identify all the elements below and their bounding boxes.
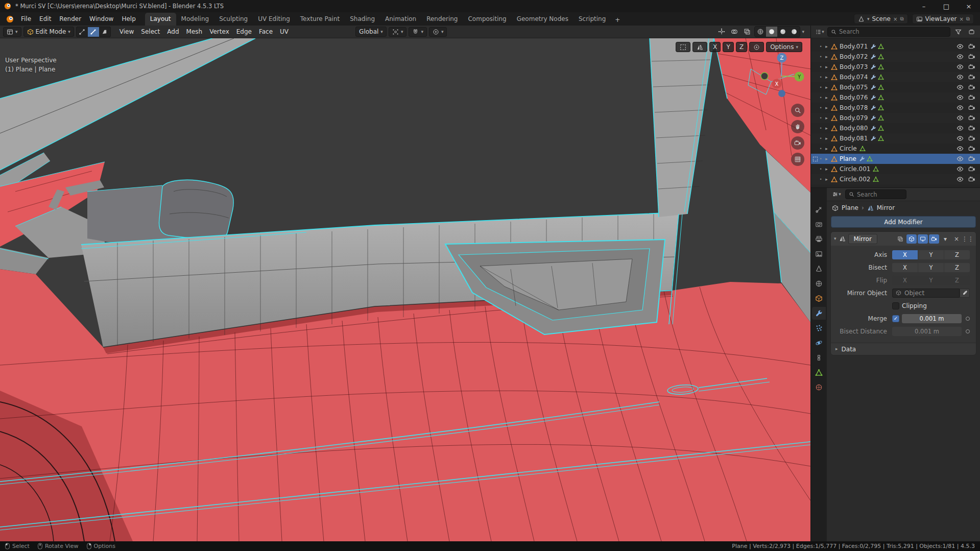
tab-constraints[interactable] xyxy=(812,351,826,364)
render-visibility-icon[interactable] xyxy=(968,176,975,183)
workspace-tab-modeling[interactable]: Modeling xyxy=(176,13,214,26)
menu-vertex[interactable]: Vertex xyxy=(206,27,233,37)
mirror-axis-y[interactable]: Y xyxy=(723,42,734,52)
minimize-button[interactable]: – xyxy=(913,0,935,12)
show-realtime-toggle[interactable] xyxy=(918,234,928,244)
workspace-tab-geometry-nodes[interactable]: Geometry Nodes xyxy=(512,13,573,26)
menu-window[interactable]: Window xyxy=(85,13,117,25)
scene-new-icon[interactable]: ⧉ xyxy=(900,16,903,22)
pan-hand-icon[interactable] xyxy=(791,120,804,133)
hide-eye-icon[interactable] xyxy=(957,74,964,81)
gizmo-z-axis[interactable]: Z xyxy=(777,53,787,63)
delete-modifier-icon[interactable]: × xyxy=(951,234,962,244)
menu-select[interactable]: Select xyxy=(137,27,163,37)
tab-view-layer[interactable] xyxy=(812,248,826,260)
outliner-row-body-072[interactable]: •▸ Body.072 xyxy=(811,52,980,62)
outliner-row-body-075[interactable]: •▸ Body.075 xyxy=(811,82,980,92)
outliner-row-body-073[interactable]: •▸ Body.073 xyxy=(811,62,980,72)
mirror-axis-x[interactable]: X xyxy=(709,42,721,52)
render-visibility-icon[interactable] xyxy=(968,145,975,152)
show-on-cage-toggle[interactable] xyxy=(895,234,905,244)
zoom-icon[interactable] xyxy=(791,104,804,117)
breadcrumb-object[interactable]: Plane xyxy=(842,204,858,211)
viewlayer-new-icon[interactable]: ⧉ xyxy=(966,16,970,22)
workspace-tab-animation[interactable]: Animation xyxy=(380,13,421,26)
tab-modifiers[interactable] xyxy=(812,307,826,320)
render-visibility-icon[interactable] xyxy=(968,114,975,122)
properties-editor-type-icon[interactable]: ▾ xyxy=(831,189,842,200)
show-render-toggle[interactable] xyxy=(929,234,939,244)
face-select-button[interactable] xyxy=(99,27,110,37)
editor-type-selector[interactable]: ▾ xyxy=(3,27,21,37)
render-visibility-icon[interactable] xyxy=(968,63,975,70)
bisect-distance-field[interactable]: 0.001 m xyxy=(892,327,962,336)
bisect-x-toggle[interactable]: X xyxy=(892,263,918,272)
pivot-point-selector[interactable]: ▾ xyxy=(389,27,407,37)
edge-select-button[interactable] xyxy=(88,27,99,37)
show-in-editmode-toggle[interactable] xyxy=(906,234,917,244)
eyedropper-icon[interactable] xyxy=(960,289,970,298)
snap-toggle[interactable]: ▾ xyxy=(409,27,427,37)
shading-dropdown-icon[interactable]: ▾ xyxy=(802,30,804,34)
hide-eye-icon[interactable] xyxy=(957,104,964,111)
hide-eye-icon[interactable] xyxy=(957,165,964,173)
gizmo-y-axis[interactable]: Y xyxy=(795,72,804,82)
hide-eye-icon[interactable] xyxy=(957,125,964,132)
modifier-wrench-icon[interactable] xyxy=(870,43,876,50)
proportional-edit-toggle[interactable]: ▾ xyxy=(429,27,447,37)
shading-rendered-button[interactable] xyxy=(788,27,800,37)
modifier-wrench-icon[interactable] xyxy=(870,115,876,121)
scene-unlink-icon[interactable]: × xyxy=(893,16,897,22)
menu-render[interactable]: Render xyxy=(55,13,85,25)
modifier-name-field[interactable]: Mirror xyxy=(848,234,877,244)
menu-face[interactable]: Face xyxy=(255,27,276,37)
xray-toggle[interactable] xyxy=(742,27,753,37)
menu-file[interactable]: File xyxy=(17,13,35,25)
tab-tool[interactable] xyxy=(812,203,826,216)
outliner-row-body-076[interactable]: •▸ Body.076 xyxy=(811,92,980,103)
shading-wireframe-button[interactable] xyxy=(755,27,766,37)
modifier-wrench-icon[interactable] xyxy=(870,105,876,111)
tab-render[interactable] xyxy=(812,218,826,231)
render-visibility-icon[interactable] xyxy=(968,165,975,173)
render-visibility-icon[interactable] xyxy=(968,74,975,81)
render-visibility-icon[interactable] xyxy=(968,84,975,91)
mode-selector[interactable]: Edit Mode ▾ xyxy=(23,27,74,37)
outliner-row-body-081[interactable]: •▸ Body.081 xyxy=(811,133,980,143)
outliner-search-input[interactable] xyxy=(839,28,947,35)
navigation-gizmo[interactable]: Z Y X xyxy=(758,44,807,106)
render-visibility-icon[interactable] xyxy=(968,155,975,162)
menu-mesh[interactable]: Mesh xyxy=(183,27,206,37)
hide-eye-icon[interactable] xyxy=(957,176,964,183)
outliner-row-body-079[interactable]: •▸ Body.079 xyxy=(811,113,980,123)
outliner-row-body-078[interactable]: •▸ Body.078 xyxy=(811,103,980,113)
render-visibility-icon[interactable] xyxy=(968,104,975,111)
modifier-wrench-icon[interactable] xyxy=(870,54,876,60)
workspace-tab-uv-editing[interactable]: UV Editing xyxy=(253,13,295,26)
menu-edge[interactable]: Edge xyxy=(233,27,255,37)
outliner-search[interactable] xyxy=(827,27,950,37)
axis-z-toggle[interactable]: Z xyxy=(944,250,970,259)
render-visibility-icon[interactable] xyxy=(968,125,975,132)
add-workspace-button[interactable]: + xyxy=(611,14,624,26)
hide-eye-icon[interactable] xyxy=(957,43,964,50)
hide-eye-icon[interactable] xyxy=(957,63,964,70)
tab-output[interactable] xyxy=(812,233,826,246)
flip-x-toggle[interactable]: X xyxy=(892,276,918,285)
render-visibility-icon[interactable] xyxy=(968,53,975,60)
viewlayer-unlink-icon[interactable]: × xyxy=(959,16,963,22)
new-collection-icon[interactable] xyxy=(966,27,977,37)
modifier-wrench-icon[interactable] xyxy=(870,135,876,141)
merge-threshold-field[interactable]: 0.001 m xyxy=(902,314,962,323)
flip-y-toggle[interactable]: Y xyxy=(918,276,944,285)
modifier-wrench-icon[interactable] xyxy=(859,156,865,162)
menu-view[interactable]: View xyxy=(116,27,137,37)
tab-particles[interactable] xyxy=(812,322,826,334)
menu-edit[interactable]: Edit xyxy=(35,13,55,25)
outliner-editor-type-icon[interactable]: ▾ xyxy=(814,27,825,37)
gizmo-neg-y[interactable] xyxy=(761,73,768,80)
workspace-tab-texture-paint[interactable]: Texture Paint xyxy=(295,13,345,26)
shading-material-button[interactable] xyxy=(777,27,788,37)
properties-search[interactable] xyxy=(845,189,906,199)
bisect-distance-keyframe-dot[interactable] xyxy=(966,329,970,333)
